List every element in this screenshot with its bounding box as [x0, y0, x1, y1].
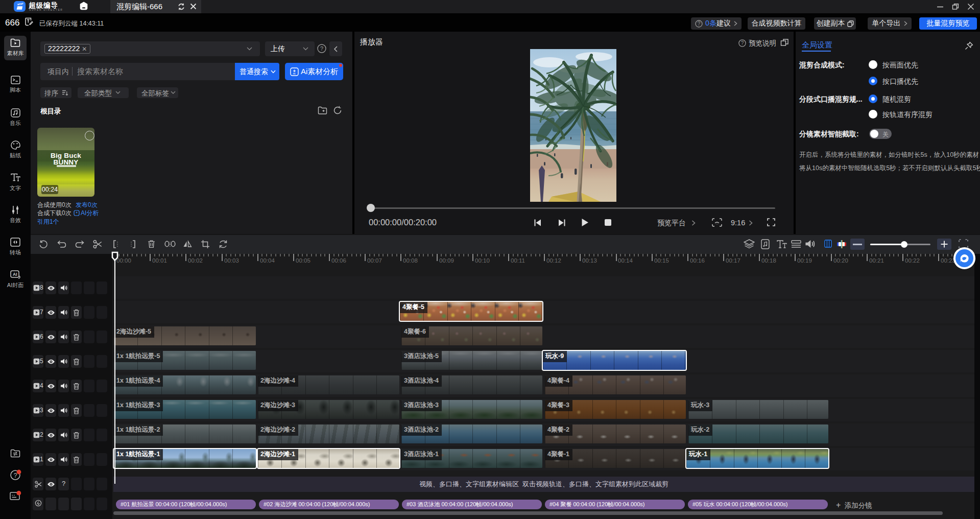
- svg-text:?: ?: [320, 45, 323, 52]
- svg-text:?: ?: [741, 40, 744, 46]
- svg-text:AI: AI: [13, 272, 17, 277]
- svg-text:AI: AI: [293, 72, 296, 75]
- svg-text:?: ?: [698, 21, 701, 27]
- svg-text:?: ?: [14, 472, 17, 479]
